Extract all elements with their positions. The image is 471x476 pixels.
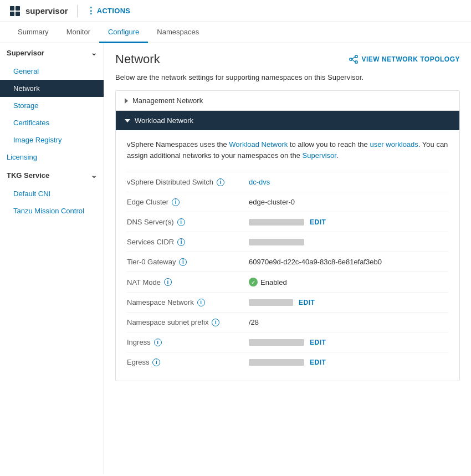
field-row-tier0-gateway: Tier-0 Gateway i 60970e9d-d22c-40a9-83c8… [127,252,448,272]
field-label-edge-cluster: Edge Cluster i [127,198,249,206]
info-icon-egress[interactable]: i [152,359,160,366]
field-value-vsphere-distributed-switch[interactable]: dc-dvs [249,178,448,186]
field-row-dns-servers: DNS Server(s) i EDIT [127,212,448,232]
field-label-ingress: Ingress i [127,338,249,346]
egress-edit-button[interactable]: EDIT [310,359,326,366]
dns-servers-edit-button[interactable]: EDIT [310,218,326,226]
sidebar-item-tanzu-mission-control[interactable]: Tanzu Mission Control [0,202,104,219]
workload-network-header[interactable]: Workload Network [116,111,459,130]
field-row-edge-cluster: Edge Cluster i edge-cluster-0 [127,192,448,212]
field-label-dns-servers: DNS Server(s) i [127,218,249,226]
field-value-namespace-subnet-prefix: /28 [249,318,448,326]
svg-line-8 [352,59,355,62]
svg-rect-1 [16,6,20,11]
sidebar-item-network[interactable]: Network [0,80,104,97]
info-icon-services-cidr[interactable]: i [177,238,185,246]
info-icon-tier0-gateway[interactable]: i [179,258,187,266]
field-row-nat-mode: NAT Mode i ✓ Enabled [127,272,448,292]
actions-dots-icon: ⋮ [86,6,95,16]
egress-redacted [249,359,304,366]
workload-network-label: Workload Network [135,116,193,125]
sidebar-section-supervisor-label: Supervisor [7,49,44,57]
field-label-tier0-gateway: Tier-0 Gateway i [127,258,249,266]
management-network-row[interactable]: Management Network [116,91,459,111]
field-label-namespace-network: Namespace Network i [127,298,249,306]
content-header: Network VIEW NETWORK TOPOLOGY [115,52,460,66]
svg-rect-3 [16,12,20,16]
svg-rect-5 [355,55,357,58]
svg-rect-4 [350,58,352,60]
workload-network-chevron-icon [125,119,130,122]
workload-description: vSphere Namespaces uses the Workload Net… [127,139,448,161]
sidebar-item-default-cni[interactable]: Default CNI [0,185,104,202]
dns-servers-redacted [249,219,304,226]
sidebar-item-certificates[interactable]: Certificates [0,114,104,131]
topology-icon [349,55,358,64]
network-card: Management Network Workload Network vSph… [115,90,460,381]
field-value-dns-servers: EDIT [249,218,448,226]
sidebar-section-tkg-label: TKG Service [7,171,49,180]
field-value-egress: EDIT [249,359,448,366]
supervisor-logo-icon [9,5,21,17]
content-area: Network VIEW NETWORK TOPOLOGY Below are … [104,43,471,474]
sidebar-section-tkg[interactable]: TKG Service ⌄ [0,166,104,185]
workload-content: vSphere Namespaces uses the Workload Net… [116,130,459,381]
management-network-chevron-icon [125,98,128,104]
info-icon-vsphere-distributed-switch[interactable]: i [217,178,224,186]
nav-tabs: Summary Monitor Configure Namespaces [0,22,471,43]
field-value-namespace-network: EDIT [249,299,448,306]
ingress-edit-button[interactable]: EDIT [310,339,326,346]
sidebar: Supervisor ⌄ General Network Storage Cer… [0,43,104,474]
management-network-label: Management Network [132,96,203,105]
field-value-ingress: EDIT [249,339,448,346]
field-label-nat-mode: NAT Mode i [127,278,249,286]
field-label-services-cidr: Services CIDR i [127,238,249,246]
info-icon-dns-servers[interactable]: i [177,218,185,226]
sidebar-item-licensing[interactable]: Licensing [0,149,104,166]
check-circle-icon: ✓ [249,278,258,286]
field-row-egress: Egress i EDIT [127,352,448,372]
info-icon-nat-mode[interactable]: i [164,278,172,286]
svg-rect-6 [355,61,357,63]
tab-summary[interactable]: Summary [9,22,58,43]
tab-monitor[interactable]: Monitor [58,22,99,43]
field-row-namespace-network: Namespace Network i EDIT [127,292,448,312]
chevron-down-icon: ⌄ [91,49,97,57]
field-row-vsphere-distributed-switch: vSphere Distributed Switch i dc-dvs [127,172,448,192]
field-value-services-cidr [249,239,448,245]
field-value-nat-mode: ✓ Enabled [249,278,448,286]
chevron-down-tkg-icon: ⌄ [91,171,97,180]
namespace-network-edit-button[interactable]: EDIT [299,299,315,306]
info-icon-namespace-subnet-prefix[interactable]: i [212,319,219,326]
sidebar-item-general[interactable]: General [0,63,104,80]
nat-mode-enabled-badge: ✓ Enabled [249,278,287,286]
info-icon-namespace-network[interactable]: i [197,299,205,306]
ingress-redacted [249,339,304,346]
field-label-egress: Egress i [127,358,249,366]
view-topology-button[interactable]: VIEW NETWORK TOPOLOGY [349,55,460,64]
field-row-services-cidr: Services CIDR i [127,232,448,252]
field-label-vsphere-distributed-switch: vSphere Distributed Switch i [127,178,249,186]
actions-button[interactable]: ⋮ ACTIONS [86,6,131,16]
services-cidr-redacted [249,239,304,245]
sidebar-item-image-registry[interactable]: Image Registry [0,131,104,149]
logo-area: supervisor [9,5,78,17]
main-layout: Supervisor ⌄ General Network Storage Cer… [0,43,471,474]
view-topology-label: VIEW NETWORK TOPOLOGY [361,55,460,63]
sidebar-item-storage[interactable]: Storage [0,97,104,114]
info-icon-edge-cluster[interactable]: i [172,198,180,206]
tab-namespaces[interactable]: Namespaces [148,22,208,43]
field-value-tier0-gateway: 60970e9d-d22c-40a9-83c8-6e81efaf3eb0 [249,258,448,266]
tab-configure[interactable]: Configure [99,22,148,43]
page-title: Network [115,52,160,66]
field-row-namespace-subnet-prefix: Namespace subnet prefix i /28 [127,312,448,332]
network-description: Below are the network settings for suppo… [115,73,460,81]
svg-rect-0 [10,6,14,11]
svg-line-7 [352,57,355,59]
sidebar-section-supervisor[interactable]: Supervisor ⌄ [0,43,104,63]
field-row-ingress: Ingress i EDIT [127,332,448,352]
field-label-namespace-subnet-prefix: Namespace subnet prefix i [127,318,249,326]
nat-mode-enabled-label: Enabled [260,278,287,286]
top-bar: supervisor ⋮ ACTIONS [0,0,471,22]
info-icon-ingress[interactable]: i [154,339,162,346]
